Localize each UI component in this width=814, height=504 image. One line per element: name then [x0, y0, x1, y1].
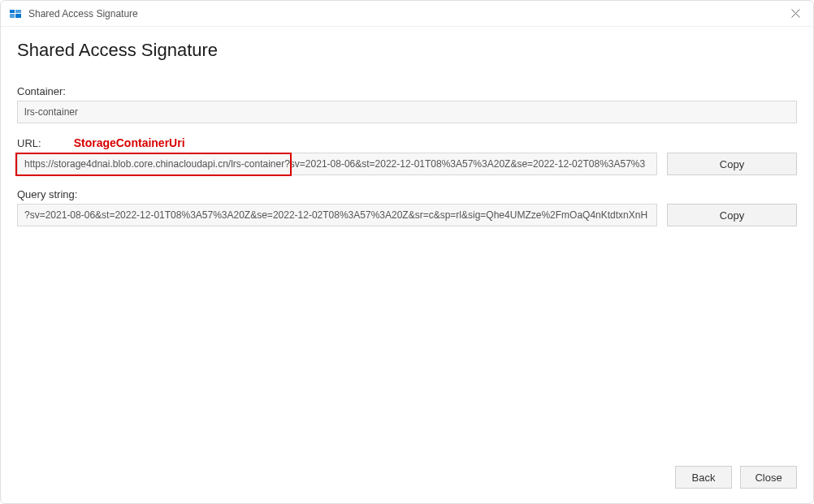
dialog-content: Shared Access Signature Container: URL: … [1, 27, 813, 503]
url-input[interactable] [17, 153, 657, 175]
page-heading: Shared Access Signature [17, 40, 797, 61]
query-string-field-group: Query string: Copy [17, 188, 797, 226]
back-button[interactable]: Back [675, 466, 732, 489]
annotation-label: StorageContainerUri [74, 136, 185, 149]
container-input[interactable] [17, 101, 797, 123]
query-string-label: Query string: [17, 188, 77, 200]
titlebar: Shared Access Signature [1, 1, 813, 27]
svg-rect-1 [15, 10, 21, 13]
svg-rect-0 [10, 10, 15, 13]
app-icon [9, 7, 22, 20]
url-field-group: URL: StorageContainerUri Copy [17, 136, 797, 175]
copy-url-button[interactable]: Copy [667, 153, 797, 175]
dialog-footer: Back Close [17, 451, 797, 503]
container-field-group: Container: [17, 85, 797, 123]
close-icon[interactable] [786, 4, 805, 24]
svg-rect-3 [15, 14, 21, 18]
query-string-input[interactable] [17, 204, 657, 226]
container-label: Container: [17, 85, 66, 97]
copy-query-string-button[interactable]: Copy [667, 204, 797, 226]
url-label: URL: [17, 137, 41, 149]
svg-rect-2 [10, 14, 15, 18]
window-title: Shared Access Signature [28, 8, 786, 19]
close-button[interactable]: Close [740, 466, 797, 489]
